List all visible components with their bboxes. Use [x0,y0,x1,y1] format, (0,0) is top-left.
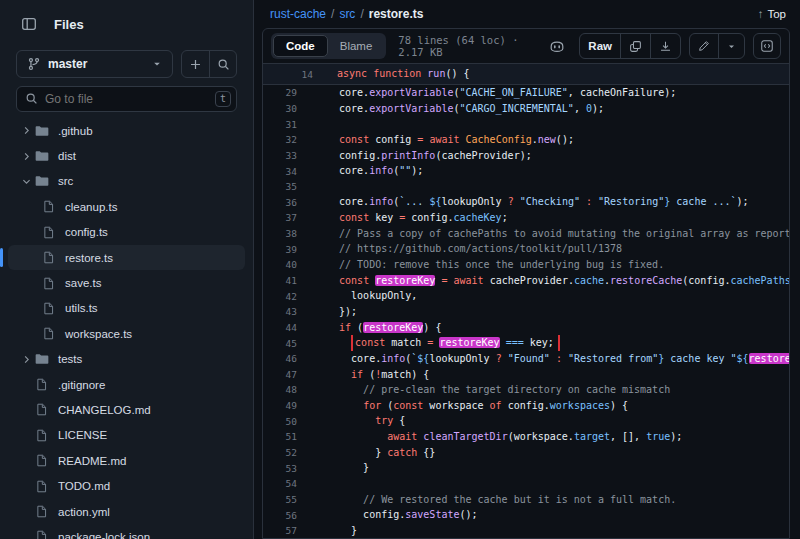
tree-item-cleanup-ts[interactable]: cleanup.ts [8,194,245,219]
code-text: if (restoreKey) { [297,320,789,336]
line-number[interactable]: 57 [263,525,297,536]
line-number[interactable]: 34 [263,166,297,177]
line-number[interactable]: 48 [263,384,297,395]
tree-item-label: src [58,175,73,187]
tree-item-config-ts[interactable]: config.ts [8,220,245,245]
scroll-to-top-button[interactable]: ↑ Top [758,8,786,20]
line-number[interactable]: 52 [263,447,297,458]
tree-item-workspace-ts[interactable]: workspace.ts [8,321,245,346]
download-button[interactable] [650,34,680,58]
tree-item-license[interactable]: LICENSE [8,423,245,448]
code-text: }); [297,304,789,320]
tree-item-todo-md[interactable]: TODO.md [8,473,245,498]
line-number[interactable]: 50 [263,416,297,427]
line-number[interactable]: 29 [263,87,297,98]
line-number[interactable]: 38 [263,228,297,239]
tree-item-changelog-md[interactable]: CHANGELOG.md [8,397,245,422]
code-symbols-icon [760,39,774,53]
code-line: 56 config.saveState(); [263,507,789,523]
chevron-right-icon[interactable] [17,125,35,136]
new-file-button[interactable] [182,51,209,77]
line-number[interactable]: 43 [263,306,297,317]
folder-icon [35,124,51,138]
code-text: if (!match) { [297,367,789,383]
code-line: 29 core.exportVariable("CACHE_ON_FAILURE… [263,85,789,101]
tree-item-tests[interactable]: tests [8,347,245,372]
line-number[interactable]: 42 [263,291,297,302]
tree-item--gitignore[interactable]: .gitignore [8,372,245,397]
line-number[interactable]: 44 [263,322,297,333]
breadcrumb-current-file: restore.ts [369,7,424,21]
tree-item-label: workspace.ts [65,328,132,340]
file-icon [35,378,51,391]
line-number[interactable]: 55 [263,494,297,505]
tab-code[interactable]: Code [273,35,328,57]
tree-item-label: package-lock.json [58,531,150,539]
line-number[interactable]: 56 [263,510,297,521]
line-number[interactable]: 40 [263,259,297,270]
line-number[interactable]: 35 [263,181,297,192]
tree-item-save-ts[interactable]: save.ts [8,270,245,295]
tree-item-action-yml[interactable]: action.yml [8,499,245,524]
collapse-sidebar-button[interactable] [16,11,42,37]
code-blame-tabs: Code Blame [271,33,386,59]
code-line: 45 const match = restoreKey === key; [263,335,789,351]
breadcrumb-folder-link[interactable]: src [339,7,355,21]
match-highlight: restoreKey [375,275,435,286]
file-tree: .githubdistsrccleanup.tsconfig.tsrestore… [0,118,253,539]
code-line: 55 // We restored the cache but it is no… [263,492,789,508]
code-line: 50 try { [263,413,789,429]
tree-item-label: cleanup.ts [65,201,117,213]
line-number[interactable]: 14 [263,69,313,80]
line-number[interactable]: 51 [263,431,297,442]
line-number[interactable]: 30 [263,103,297,114]
tree-item-label: utils.ts [65,302,98,314]
code-line: 57 } [263,523,789,539]
tree-item-label: TODO.md [58,480,110,492]
line-number[interactable]: 32 [263,134,297,145]
line-number[interactable]: 41 [263,275,297,286]
line-number[interactable]: 45 [263,338,297,349]
folder-icon [35,352,51,366]
line-number[interactable]: 31 [263,119,297,130]
tree-item-restore-ts[interactable]: restore.ts [8,245,245,270]
code-line: 47 if (!match) { [263,367,789,383]
tree-item-utils-ts[interactable]: utils.ts [8,296,245,321]
breadcrumb-repo-link[interactable]: rust-cache [270,7,326,21]
line-number[interactable]: 53 [263,463,297,474]
code-text: core.info(""); [297,163,789,179]
tree-item-label: dist [58,150,76,162]
line-number[interactable]: 37 [263,212,297,223]
line-number[interactable]: 49 [263,400,297,411]
tree-item-readme-md[interactable]: README.md [8,448,245,473]
branch-selector[interactable]: master [16,50,173,78]
symbols-panel-button[interactable] [753,33,781,59]
line-number[interactable]: 46 [263,353,297,364]
line-number[interactable]: 33 [263,150,297,161]
tree-item-src[interactable]: src [8,169,245,194]
tree-item-label: CHANGELOG.md [58,404,151,416]
tab-blame[interactable]: Blame [328,35,385,57]
raw-button[interactable]: Raw [580,34,620,58]
edit-button[interactable] [690,34,718,58]
copy-button[interactable] [620,34,650,58]
breadcrumb-separator: / [331,7,334,21]
line-number[interactable]: 47 [263,369,297,380]
copilot-button[interactable] [543,33,571,59]
code-line: 40 // TODO: remove this once the underly… [263,257,789,273]
goto-file-input[interactable] [16,86,237,112]
tree-actions [181,50,237,78]
chevron-right-icon[interactable] [17,354,35,365]
line-number[interactable]: 36 [263,197,297,208]
line-number[interactable]: 39 [263,244,297,255]
tree-item--github[interactable]: .github [8,118,245,143]
search-tree-button[interactable] [209,51,236,77]
tree-item-label: config.ts [65,226,108,238]
chevron-down-icon[interactable] [17,176,35,187]
tree-item-label: README.md [58,455,126,467]
tree-item-package-lock-json[interactable]: package-lock.json [8,524,245,539]
edit-options-button[interactable] [718,34,744,58]
tree-item-dist[interactable]: dist [8,143,245,168]
line-number[interactable]: 54 [263,478,297,489]
chevron-right-icon[interactable] [17,151,35,162]
